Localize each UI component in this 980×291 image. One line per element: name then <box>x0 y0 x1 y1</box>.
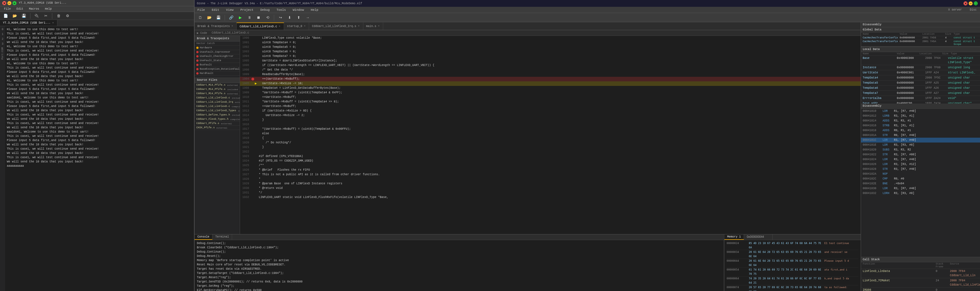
code-line[interactable]: 1908 TempData4 = LinFlexD_GetDataBufferB… <box>240 86 861 90</box>
toolbar-step-over[interactable]: ↪ <box>277 14 284 21</box>
tab-irq[interactable]: CddUart_Lld_LlnFlexD_Irq.s × <box>309 22 363 30</box>
disasm-line[interactable]: 0004182CCMPR0, #0 <box>861 176 980 181</box>
code-line[interactable]: 1918 else <box>240 131 861 136</box>
code-line[interactable]: 1926* @brief Flushes the rx FIFO <box>240 168 861 173</box>
disasm-line[interactable]: 00041828STRR3, [R7, #40] <box>861 167 980 171</box>
code-line[interactable]: 1921 } <box>240 145 861 150</box>
code-line[interactable]: 1998 /* Get the data */ <box>240 68 861 72</box>
terminal-tab[interactable]: Terminal <box>213 234 232 240</box>
toolbar-run-to-cursor[interactable]: → <box>304 14 312 21</box>
source-file-9[interactable]: CddUart_Pfife.s external <box>194 122 240 126</box>
bp-baserror[interactable]: BaseException_RotationFault <box>194 67 240 71</box>
disasm-line[interactable]: 0004181ELDRR3, [R3, #8] <box>861 142 980 147</box>
tab-startup[interactable]: startup_0 × <box>284 22 309 30</box>
memory-tab[interactable]: Memory 1 <box>724 234 744 240</box>
ide-toolbar-open[interactable]: 📂 <box>11 12 19 20</box>
source-file-3[interactable]: CddUart_Lld_LlnFlexD.c included <box>194 96 240 100</box>
toolbar-step-into[interactable]: ⬇ <box>285 14 293 21</box>
ide-menu-help[interactable]: Help <box>43 7 53 11</box>
disasm-line[interactable]: 00041820SUBSR3, R3, R2 <box>861 147 980 152</box>
disasm-line[interactable]: 00041824LDRR3, [R7, #40] <box>861 157 980 162</box>
tab-cddUart-lld[interactable]: CddUart_Lld_LlnFlexD.c × <box>237 22 284 30</box>
code-line[interactable]: 1909 *UartState->RxBuff = (uint8)(TempDa… <box>240 90 861 95</box>
code-line[interactable]: 1929* @param Base one of LINFlexD Instan… <box>240 181 861 186</box>
bp-busfault[interactable]: BusFault <box>194 63 240 67</box>
ozone-close[interactable]: ✕ <box>964 2 967 5</box>
toolbar-step-out[interactable]: ⬆ <box>294 14 302 21</box>
toolbar-reset[interactable]: ⟲ <box>264 14 272 21</box>
code-line[interactable]: 1910 ++UartState->RxBuff; <box>240 95 861 99</box>
ide-menu-macros[interactable]: Macros <box>27 7 41 11</box>
disasm-line[interactable]: 00041812LDRBR3, [R1, #1] <box>861 114 980 118</box>
code-line[interactable]: 1925/** <box>240 163 861 168</box>
ide-tab-close[interactable]: × <box>52 22 54 24</box>
disasm-line[interactable]: 00041822STRR3, [R7, #80] <box>861 152 980 157</box>
ide-toolbar-save[interactable]: 💾 <box>20 12 28 20</box>
ozone-min[interactable]: − <box>969 2 973 5</box>
tab-breakpoints[interactable]: Break & Tracepoints × <box>194 22 237 30</box>
menu-file[interactable]: File <box>196 8 207 12</box>
disasm-line[interactable]: 00041810LDRR1, [R7, #40] <box>861 109 980 114</box>
code-line[interactable]: 1931*/ <box>240 190 861 195</box>
tab-breakpoints-close[interactable]: × <box>231 25 234 27</box>
bp-usefault-check[interactable]: UseFault_CheckingError <box>194 54 240 59</box>
source-file-0[interactable]: CddUart_M14_Pfife.s external <box>194 83 240 87</box>
source-file-8[interactable]: CddUart_FlexD_Types.h compiled <box>194 117 240 122</box>
code-line[interactable]: 1995 UartState = &UartLINFlexDStatePtr[I… <box>240 59 861 63</box>
code-line[interactable]: 1914 UartState->RxSize -= 2; <box>240 113 861 118</box>
code-line[interactable]: 1905▶ UartState->RxSize -= 10; <box>240 82 861 86</box>
ide-toolbar-clear[interactable]: 🗑 <box>54 12 62 20</box>
menu-view[interactable]: View <box>224 8 235 12</box>
code-line[interactable]: 1994 uint8 TempData7 = 0; <box>240 54 861 59</box>
tab-cddUart-lld-close[interactable]: × <box>278 25 281 28</box>
source-file-5[interactable]: CddUart_Lld_LlnFlexD.c compiled <box>194 104 240 109</box>
ide-max-button[interactable]: + <box>13 1 16 5</box>
code-line[interactable]: 1919 { <box>240 136 861 141</box>
code-line[interactable]: 1999 ReadDataBufferByte(Base); <box>240 72 861 77</box>
tab-startup-close[interactable]: × <box>303 25 306 27</box>
disasm-line[interactable]: 00041830LDRR3, [R7, #40] <box>861 186 980 191</box>
code-line[interactable]: 1912 ++UartState->RxBuff; <box>240 104 861 109</box>
code-line[interactable]: 1991 uint8 TempData4 = 0; <box>240 40 861 45</box>
ide-close-button[interactable]: ✕ <box>2 1 6 5</box>
tab-main[interactable]: main.s × <box>363 22 383 30</box>
ide-min-button[interactable]: − <box>7 1 11 5</box>
disasm-line[interactable]: 0004181ASTRR0, [R7, #40] <box>861 133 980 138</box>
disasm-line[interactable]: 00041818ADDSR0, R1, #1 <box>861 128 980 133</box>
ide-toolbar-connect[interactable]: 🔌 <box>33 12 41 20</box>
menu-project[interactable]: Project <box>239 8 255 12</box>
tab-main-close[interactable]: × <box>377 25 380 27</box>
code-line[interactable]: 1993 uint8 TempData6 = 0; <box>240 50 861 54</box>
code-line[interactable]: 1928* <box>240 177 861 181</box>
disasm-line[interactable]: 0004182ANOP <box>861 171 980 176</box>
bp-hardfault[interactable]: HardFault <box>194 71 240 76</box>
menu-window[interactable]: Window <box>291 8 305 12</box>
code-line[interactable]: 1996 if ((UartState->WordLength == LINFL… <box>240 63 861 68</box>
code-line[interactable]: 1992 uint8 TempData5 = 0; <box>240 45 861 50</box>
ide-toolbar-new[interactable]: 📄 <box>2 12 10 20</box>
menu-tools[interactable]: Tools <box>275 8 288 12</box>
menu-help[interactable]: Help <box>309 8 320 12</box>
code-line[interactable]: 1930* @return void <box>240 186 861 190</box>
menu-edit[interactable]: Edit <box>210 8 221 12</box>
toolbar-run[interactable]: ▶ <box>236 14 244 21</box>
source-file-6[interactable]: CddUart_Lld_LlnFlexD_Types included <box>194 109 240 113</box>
source-file-10[interactable]: CH3X_Pfife.s external <box>194 126 240 130</box>
disasm-line[interactable]: 00041832LDRHR3, [R3, #0] <box>861 191 980 196</box>
ide-toolbar-disconnect[interactable]: ✂ <box>42 12 50 20</box>
bp-hardware[interactable]: Hardware <box>194 46 240 50</box>
code-line[interactable]: 1924#if (RTD_OS == CODEZIP_SMM_USED) <box>240 159 861 163</box>
disasm-line[interactable]: 00041814ADDSR3, R3, #1 <box>861 118 980 123</box>
code-line[interactable]: 1917 *(UartState->RxBuff) = (uint8)(Temp… <box>240 127 861 131</box>
menu-debug[interactable]: Debug <box>258 8 271 12</box>
code-line[interactable]: 1904 ++(UartState->RxBuff); <box>240 77 861 82</box>
code-line[interactable]: 1916 <box>240 122 861 127</box>
code-line[interactable]: 1915 } <box>240 118 861 122</box>
memory-input-tab[interactable] <box>744 234 773 240</box>
bp-usesfault[interactable]: UsasFault_Coprocesor <box>194 50 240 54</box>
disasm-line[interactable]: 00041816STRBR3, [R1, #1] <box>861 123 980 128</box>
ide-tab-serial[interactable]: YT.3_HU04_COM18 (USB Seri... × <box>0 20 57 26</box>
code-line[interactable]: 1923#if defined (CPU_VTED1B8A) <box>240 154 861 159</box>
code-line[interactable]: 1927* This is not a public API as it is … <box>240 173 861 177</box>
toolbar-new-project[interactable]: 🗋 <box>196 14 204 21</box>
